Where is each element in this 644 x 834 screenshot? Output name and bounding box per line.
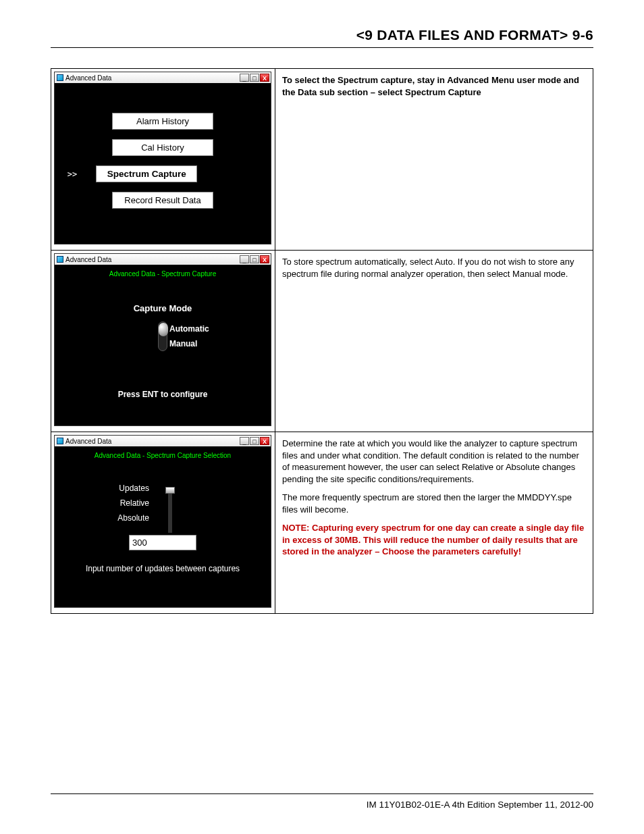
- close-button[interactable]: X: [260, 74, 269, 82]
- row3-paragraph-1: Determine the rate at which you would li…: [282, 438, 586, 485]
- content-table: Advanced Data _ □ X Alarm History Cal Hi…: [51, 68, 593, 614]
- updates-slider-handle: [165, 487, 175, 494]
- window-title: Advanced Data: [65, 438, 111, 445]
- row3-note: NOTE: Capturing every spectrum for one d…: [282, 522, 586, 558]
- toggle-option-manual: Manual: [169, 336, 209, 351]
- window-titlebar: Advanced Data _ □ X: [55, 254, 271, 265]
- row1-instruction: To select the Spectrum capture, stay in …: [282, 74, 586, 98]
- page-header: <9 DATA FILES AND FORMAT> 9-6: [51, 27, 593, 48]
- minimize-button[interactable]: _: [240, 255, 249, 263]
- label-relative: Relative: [102, 498, 149, 508]
- menu-cal-history[interactable]: Cal History: [112, 139, 213, 156]
- window-title: Advanced Data: [65, 256, 111, 263]
- toggle-option-automatic: Automatic: [169, 321, 209, 336]
- capture-mode-label: Capture Mode: [55, 303, 271, 313]
- close-button[interactable]: X: [260, 255, 269, 263]
- label-updates: Updates: [102, 484, 149, 493]
- maximize-button[interactable]: □: [250, 255, 259, 263]
- toggle-knob: [159, 323, 168, 336]
- row2-instruction: To store spectrum automatically, select …: [282, 256, 586, 280]
- window-titlebar: Advanced Data _ □ X: [55, 436, 271, 446]
- window-titlebar: Advanced Data _ □ X: [55, 72, 271, 83]
- page-footer: IM 11Y01B02-01E-A 4th Edition September …: [51, 793, 593, 810]
- updates-input[interactable]: 300: [129, 535, 196, 550]
- press-ent-hint: Press ENT to configure: [55, 390, 271, 399]
- subheader-spectrum-capture: Advanced Data - Spectrum Capture: [55, 269, 271, 284]
- capture-mode-toggle[interactable]: [158, 321, 167, 351]
- updates-slider-track[interactable]: [168, 488, 172, 533]
- window-spectrum-capture: Advanced Data _ □ X Advanced Data - Spec…: [54, 253, 271, 426]
- menu-record-result-data[interactable]: Record Result Data: [112, 192, 213, 209]
- window-title: Advanced Data: [65, 74, 111, 82]
- input-caption: Input number of updates between captures: [55, 564, 271, 573]
- maximize-button[interactable]: □: [250, 437, 259, 445]
- app-icon: [57, 438, 63, 444]
- menu-spectrum-capture[interactable]: Spectrum Capture: [96, 165, 197, 182]
- window-advanced-data-menu: Advanced Data _ □ X Alarm History Cal Hi…: [54, 72, 271, 244]
- label-absolute: Absolute: [102, 513, 149, 523]
- minimize-button[interactable]: _: [240, 74, 249, 82]
- menu-alarm-history[interactable]: Alarm History: [112, 113, 213, 130]
- minimize-button[interactable]: _: [240, 437, 249, 445]
- menu-pointer: >>: [68, 170, 77, 179]
- row3-paragraph-2: The more frequently spectrum are stored …: [282, 492, 586, 515]
- close-button[interactable]: X: [260, 437, 269, 445]
- subheader-capture-selection: Advanced Data - Spectrum Capture Selecti…: [55, 450, 271, 466]
- window-spectrum-capture-selection: Advanced Data _ □ X Advanced Data - Spec…: [54, 435, 271, 608]
- app-icon: [57, 74, 63, 81]
- maximize-button[interactable]: □: [250, 74, 259, 82]
- app-icon: [57, 256, 63, 263]
